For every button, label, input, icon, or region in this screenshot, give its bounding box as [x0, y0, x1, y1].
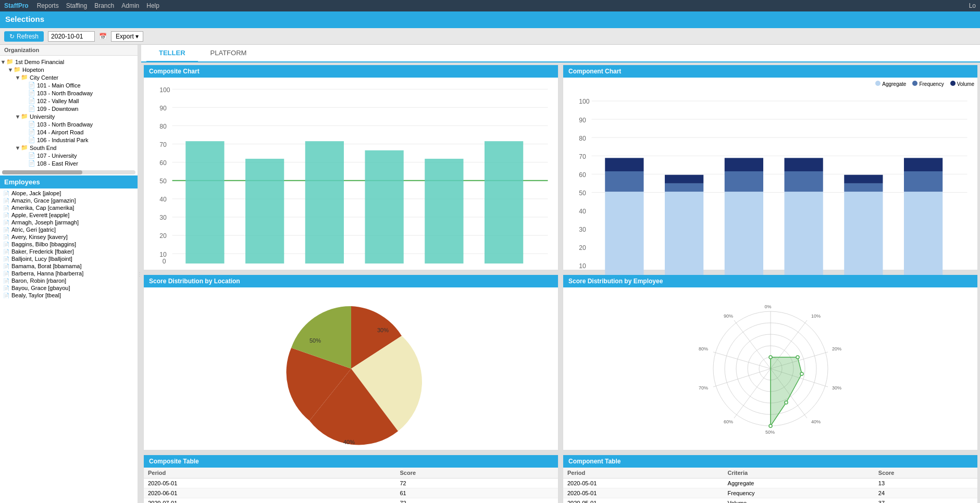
list-item[interactable]: 📄Atric, Geri [gatric]	[0, 226, 138, 233]
stacked-aug-agg	[785, 192, 823, 274]
chevron-down-icon: ▾	[135, 33, 139, 40]
list-item[interactable]: 📄Avery, Kinsey [kavery]	[0, 233, 138, 241]
top-nav: StaffPro Reports Staffing Branch Admin H…	[0, 0, 980, 11]
stacked-jul-vol	[725, 158, 763, 171]
component-table: Period Criteria Score 2020-05-01Aggregat…	[563, 468, 977, 504]
component-chart-body: Aggregate Frequency Volume 100 90 80 70 …	[563, 78, 977, 270]
component-table-panel: Component Table Period Criteria Score 20…	[563, 455, 978, 504]
stacked-aug-vol	[785, 158, 823, 171]
svg-line-64	[734, 320, 771, 369]
svg-text:90: 90	[579, 117, 586, 124]
employee-icon: 📄	[3, 227, 9, 233]
horizontal-scrollbar[interactable]	[2, 170, 135, 174]
tree-item[interactable]: 📄107 - University	[0, 152, 138, 159]
radar-chart-title: Score Distribution by Employee	[563, 275, 977, 287]
tree-item[interactable]: ▼📁City Center	[0, 73, 138, 81]
tree-item[interactable]: 📄106 - Industrial Park	[0, 136, 138, 144]
tree-item[interactable]: ▼📁South End	[0, 144, 138, 152]
legend-volume: Volume	[957, 81, 974, 87]
tree-item[interactable]: ▼📁Hopeton	[0, 66, 138, 73]
composite-chart-body: 100 90 80 70 60 50 40 30 20 10 0	[144, 78, 558, 270]
app-name: StaffPro	[4, 2, 29, 9]
list-item[interactable]: 📄Baggins, Bilbo [bbaggins]	[0, 241, 138, 248]
nav-admin[interactable]: Admin	[121, 2, 139, 9]
pie-label-30-left: 50%	[309, 337, 321, 344]
refresh-button[interactable]: ↻ Refresh	[4, 31, 44, 42]
stacked-jul-freq	[725, 171, 763, 192]
nav-staffing[interactable]: Staffing	[66, 2, 87, 9]
employees-list[interactable]: 📄Alope, Jack [jalope]📄Amazin, Grace [gam…	[0, 188, 138, 503]
tree-item[interactable]: 📄108 - East River	[0, 159, 138, 167]
table-cell: 2020-05-01	[563, 488, 724, 498]
tree-item-label: 109 - Downtown	[37, 106, 79, 112]
export-button[interactable]: Export ▾	[111, 31, 143, 42]
tree-item[interactable]: 📄101 - Main Office	[0, 81, 138, 89]
stacked-oct-freq	[904, 171, 942, 192]
component-chart-title: Component Chart	[563, 65, 977, 78]
list-item[interactable]: 📄Apple, Everett [eapple]	[0, 211, 138, 219]
file-icon: 📄	[28, 152, 35, 159]
tree-item-label: 108 - East River	[37, 160, 78, 167]
list-item[interactable]: 📄Barberra, Hanna [hbarberra]	[0, 270, 138, 277]
list-item[interactable]: 📄Alope, Jack [jalope]	[0, 190, 138, 197]
list-item[interactable]: 📄Armagh, Joseph [jarmagh]	[0, 219, 138, 226]
tree-item[interactable]: 📄103 - North Broadway	[0, 89, 138, 97]
radar-label-30: 30%	[832, 385, 841, 391]
stacked-may-vol	[605, 158, 643, 171]
employee-icon: 📄	[3, 242, 9, 247]
table-cell: Frequency	[724, 488, 874, 498]
svg-text:30: 30	[579, 226, 586, 233]
nav-reports[interactable]: Reports	[37, 2, 59, 9]
radar-label-40: 40%	[811, 419, 821, 424]
nav-help[interactable]: Help	[146, 2, 159, 9]
date-input[interactable]	[48, 31, 95, 42]
list-item[interactable]: 📄Balljoint, Lucy [lballjoint]	[0, 255, 138, 262]
employee-name: Atric, Geri [gatric]	[11, 227, 56, 233]
component-table-scroll[interactable]: Period Criteria Score 2020-05-01Aggregat…	[563, 468, 977, 504]
svg-text:0: 0	[163, 258, 166, 265]
employee-name: Bayou, Grace [gbayou]	[11, 285, 70, 291]
tree-toggle-icon: ▼	[0, 59, 6, 65]
bar-sep	[425, 159, 463, 263]
list-item[interactable]: 📄Baron, Robin [rbaron]	[0, 277, 138, 284]
tree-item[interactable]: ▼📁1st Demo Financial	[0, 58, 138, 66]
svg-text:90: 90	[159, 105, 167, 112]
folder-icon: 📁	[6, 58, 14, 65]
svg-text:70: 70	[579, 153, 586, 160]
employee-icon: 📄	[3, 220, 9, 225]
nav-branch[interactable]: Branch	[94, 2, 114, 9]
stacked-jun-freq	[665, 183, 703, 192]
tree-item[interactable]: ▼📁University	[0, 112, 138, 120]
employees-header: Employees	[0, 175, 138, 188]
list-item[interactable]: 📄Baker, Frederick [fbaker]	[0, 248, 138, 255]
list-item[interactable]: 📄Amerika, Cap [camerika]	[0, 204, 138, 211]
component-chart-svg: 100 90 80 70 60 50 40 30 20 10	[566, 89, 974, 275]
composite-table-scroll[interactable]: Period Score 2020-05-01722020-06-0161202…	[144, 468, 558, 504]
list-item[interactable]: 📄Bealy, Taylor [tbeal]	[0, 292, 138, 299]
calendar-icon[interactable]: 📅	[99, 33, 107, 40]
tree-item[interactable]: 📄103 - North Broadway	[0, 120, 138, 128]
list-item[interactable]: 📄Bamama, Borat [bbamama]	[0, 262, 138, 270]
tree-item[interactable]: 📄104 - Airport Road	[0, 128, 138, 136]
logout-button[interactable]: Lo	[969, 2, 976, 9]
bar-jul	[305, 141, 344, 263]
table-cell: 72	[395, 478, 558, 488]
radar-point-1	[769, 356, 772, 359]
table-cell: 2020-05-01	[563, 478, 724, 488]
tree-item[interactable]: 📄102 - Valley Mall	[0, 97, 138, 105]
tree-toggle-icon: ▼	[7, 67, 14, 73]
pie-chart-body: 30% 40% 50%	[144, 287, 558, 450]
employee-icon: 📄	[3, 198, 9, 204]
employee-name: Bealy, Taylor [tbeal]	[11, 292, 61, 298]
svg-text:40: 40	[159, 196, 167, 203]
employee-name: Barberra, Hanna [hbarberra]	[11, 270, 83, 276]
list-item[interactable]: 📄Bayou, Grace [gbayou]	[0, 284, 138, 292]
tree-item[interactable]: 📄109 - Downtown	[0, 105, 138, 112]
col-period: Period	[144, 468, 395, 479]
tab-platform[interactable]: PLATFORM	[198, 45, 259, 62]
employee-name: Bamama, Borat [bbamama]	[11, 263, 82, 269]
tab-teller[interactable]: TELLER	[146, 45, 198, 62]
export-label: Export	[116, 33, 134, 40]
list-item[interactable]: 📄Amazin, Grace [gamazin]	[0, 197, 138, 204]
pie-chart-svg: 30% 40% 50%	[257, 291, 445, 447]
